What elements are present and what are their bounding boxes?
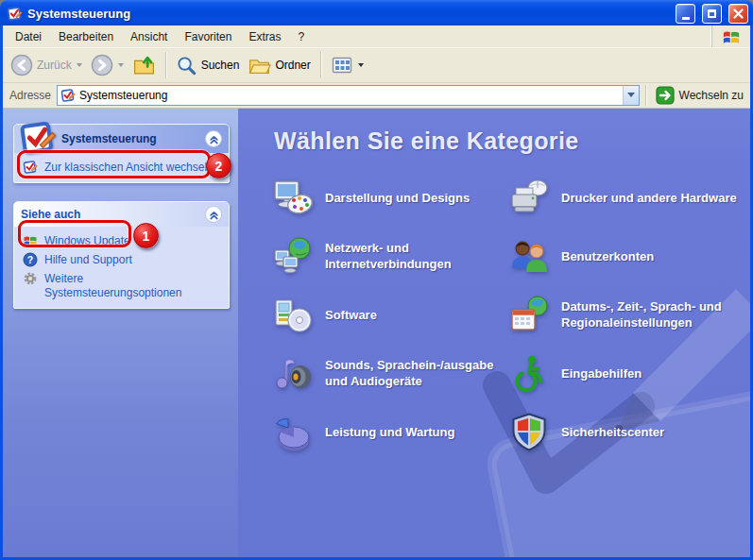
control-panel-window: Systemsteuerung Datei Bearbeiten Ansicht…: [0, 0, 753, 560]
menu-item[interactable]: ?: [289, 27, 313, 46]
category-label: Sounds, Sprachein-/ausgabe und Audiogerä…: [325, 358, 508, 390]
address-label: Adresse: [9, 89, 51, 102]
maximize-icon: [708, 9, 716, 18]
views-dropdown-icon: [358, 63, 364, 67]
category-item[interactable]: Sicherheitscenter: [508, 412, 748, 453]
go-label: Wechseln zu: [679, 89, 744, 102]
switch-to-classic-view-link[interactable]: Zur klassischen Ansicht wechseln: [23, 160, 223, 175]
icon-security-shield: [508, 412, 550, 453]
back-button[interactable]: Zurück: [7, 52, 86, 78]
panel-body: Zur klassischen Ansicht wechseln: [14, 153, 229, 182]
collapse-panel-button[interactable]: [205, 130, 222, 147]
icon-gear: [23, 271, 38, 286]
folder-icon: [248, 54, 271, 77]
sidebar-link-label: Hilfe und Support: [44, 252, 132, 267]
see-also-panel: Siehe auch Windows Update: [13, 201, 230, 309]
menu-item[interactable]: Bearbeiten: [50, 27, 122, 46]
icon-user-accounts: [508, 236, 550, 278]
icon-accessibility: [508, 353, 550, 395]
toolbar-separator: [165, 52, 166, 78]
control-panel-icon: [7, 6, 23, 22]
menu-item[interactable]: Favoriten: [176, 27, 240, 46]
category-item[interactable]: Datums-, Zeit-, Sprach- und Regionaleins…: [508, 295, 748, 336]
category-label: Software: [325, 308, 377, 324]
sidebar-link[interactable]: Windows Update: [23, 233, 223, 248]
folders-button[interactable]: Ordner: [244, 52, 314, 79]
menubar: Datei Bearbeiten Ansicht Favoriten Extra…: [3, 25, 750, 48]
icon-sounds-audio: [272, 353, 314, 395]
switch-link-label: Zur klassischen Ansicht wechseln: [44, 160, 214, 175]
windows-logo: [711, 25, 750, 47]
category-label: Leistung und Wartung: [325, 425, 454, 441]
panel-header: Siehe auch: [14, 202, 229, 227]
category-item[interactable]: Eingabehilfen: [508, 353, 748, 395]
addressbar: Adresse Systemsteuerung Wechseln zu: [3, 83, 750, 109]
chevron-up-icon: [207, 132, 221, 146]
category-view: Wählen Sie eine Kategorie Darstellung un…: [238, 109, 750, 557]
sidebar-link[interactable]: Hilfe und Support: [23, 252, 223, 267]
menu-item[interactable]: Extras: [240, 27, 289, 46]
icon-software: [272, 295, 314, 336]
icon-help-support: [23, 252, 38, 267]
forward-button[interactable]: [87, 52, 128, 78]
address-dropdown-button[interactable]: [623, 86, 639, 105]
go-button[interactable]: Wechseln zu: [652, 86, 747, 105]
category-label: Datums-, Zeit-, Sprach- und Regionaleins…: [561, 299, 748, 331]
address-value: Systemsteuerung: [79, 89, 618, 102]
icon-datetime-regional: [508, 295, 550, 336]
up-button[interactable]: [128, 52, 160, 79]
category-item[interactable]: Benutzerkonten: [508, 236, 748, 278]
control-panel-icon: [19, 119, 57, 157]
close-button[interactable]: [728, 4, 748, 24]
close-icon: [730, 6, 746, 22]
category-label: Sicherheitscenter: [561, 425, 664, 441]
category-item[interactable]: Sounds, Sprachein-/ausgabe und Audiogerä…: [272, 353, 508, 395]
sidebar-link[interactable]: Weitere Systemsteuerungsoptionen: [23, 271, 223, 300]
control-panel-icon: [23, 160, 38, 175]
panel-body: Windows Update Hilfe und Support Weitere…: [14, 227, 229, 308]
sidebar-link-label: Windows Update: [44, 233, 130, 248]
icon-network-internet: [272, 236, 314, 278]
category-item[interactable]: Netzwerk- und Internetverbindungen: [272, 236, 508, 278]
forward-icon: [91, 54, 113, 76]
icon-windows-update: [23, 233, 38, 248]
category-item[interactable]: Software: [272, 295, 508, 336]
category-label: Darstellung und Designs: [325, 191, 470, 207]
content: Systemsteuerung Zur klassischen Ansicht …: [3, 109, 750, 557]
menu-item[interactable]: Datei: [7, 27, 50, 46]
category-label: Benutzerkonten: [561, 249, 654, 265]
category-item[interactable]: Leistung und Wartung: [272, 412, 508, 453]
folders-label: Ordner: [275, 59, 310, 72]
category-label: Netzwerk- und Internetverbindungen: [325, 241, 508, 273]
windows-flag-icon: [721, 27, 742, 46]
category-column-left: Darstellung und Designs Netzwerk- und In…: [272, 178, 508, 453]
addressbar-separator: [645, 85, 646, 106]
views-icon: [331, 54, 353, 76]
chevron-down-icon: [627, 93, 635, 97]
minimize-icon: [682, 17, 690, 20]
search-button[interactable]: Suchen: [172, 53, 244, 78]
titlebar: Systemsteuerung: [0, 0, 753, 25]
minimize-button[interactable]: [676, 4, 695, 24]
control-panel-task-panel: Systemsteuerung Zur klassischen Ansicht …: [13, 124, 230, 183]
address-combobox[interactable]: Systemsteuerung: [57, 85, 639, 106]
sidebar: Systemsteuerung Zur klassischen Ansicht …: [3, 109, 238, 557]
panel-title: Siehe auch: [21, 208, 205, 221]
category-label: Eingabehilfen: [561, 366, 642, 382]
collapse-panel-button[interactable]: [205, 206, 222, 223]
forward-dropdown-icon: [118, 63, 124, 67]
back-dropdown-icon: [77, 63, 82, 67]
views-button[interactable]: [327, 52, 368, 78]
back-label: Zurück: [37, 59, 72, 72]
category-item[interactable]: Drucker und andere Hardware: [508, 178, 748, 219]
icon-display-themes: [272, 178, 314, 219]
maximize-button[interactable]: [702, 4, 722, 24]
page-title: Wählen Sie eine Kategorie: [274, 127, 750, 155]
category-columns: Darstellung und Designs Netzwerk- und In…: [272, 178, 750, 453]
toolbar: Zurück Suchen Ordner: [3, 48, 750, 83]
control-panel-icon: [60, 88, 76, 103]
back-icon: [10, 54, 33, 76]
panel-title: Systemsteuerung: [61, 132, 205, 145]
category-item[interactable]: Darstellung und Designs: [272, 178, 508, 219]
menu-item[interactable]: Ansicht: [122, 27, 176, 46]
